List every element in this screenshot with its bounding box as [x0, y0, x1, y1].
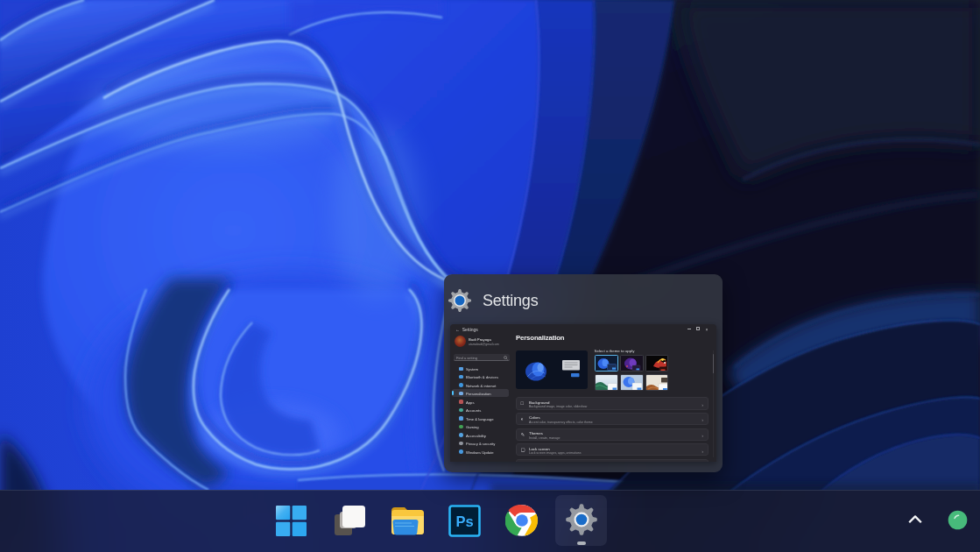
svg-text:Ps: Ps [455, 513, 473, 529]
